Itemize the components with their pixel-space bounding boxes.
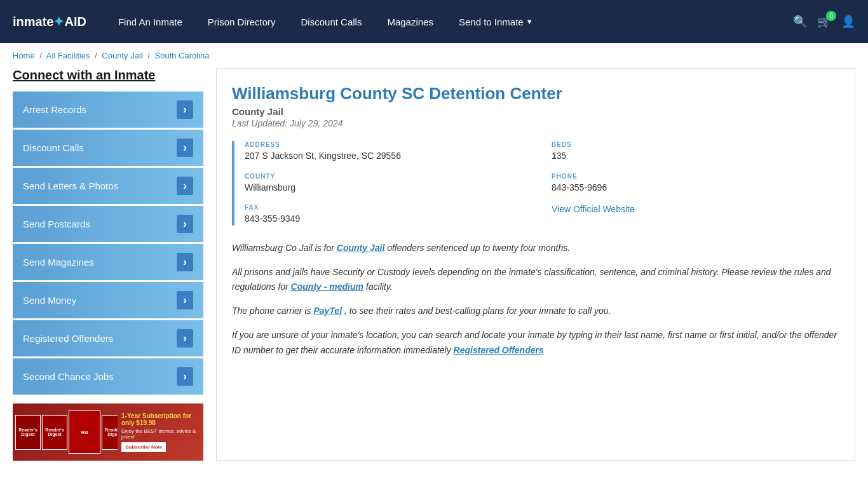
desc-paragraph-4: If you are unsure of your inmate's locat…	[232, 328, 839, 358]
registered-offenders-link[interactable]: Registered Offenders	[454, 345, 544, 355]
arrow-icon: ›	[177, 329, 193, 348]
ad-cover-3: Reader'sDigest	[102, 415, 118, 450]
beds-label: BEDS	[552, 141, 839, 148]
nav-prison-directory[interactable]: Prison Directory	[195, 0, 288, 43]
header-icons: 🔍 🛒 0 👤	[793, 15, 855, 29]
paytel-link[interactable]: PayTel	[313, 306, 342, 316]
main-nav: Find An Inmate Prison Directory Discount…	[105, 0, 793, 43]
ad-subscribe-button[interactable]: Subscribe Now	[121, 442, 166, 452]
beds-block: BEDS 135	[552, 141, 839, 163]
fax-label: FAX	[245, 204, 532, 211]
search-icon[interactable]: 🔍	[793, 15, 807, 29]
county-label: COUNTY	[245, 173, 532, 180]
address-label: ADDRESS	[245, 141, 532, 148]
nav-magazines[interactable]: Magazines	[374, 0, 446, 43]
facility-info-grid: ADDRESS 207 S Jackson St, Kingstree, SC …	[232, 141, 839, 226]
arrow-icon: ›	[177, 100, 193, 119]
facility-title: Williamsburg County SC Detention Center	[232, 84, 839, 104]
arrow-icon: ›	[177, 253, 193, 271]
sidebar-arrest-records[interactable]: Arrest Records ›	[13, 92, 203, 128]
address-value: 207 S Jackson St, Kingstree, SC 29556	[245, 150, 532, 163]
county-block: COUNTY Williamsburg	[245, 173, 532, 194]
county-value: Williamsburg	[245, 182, 532, 194]
sidebar-send-letters[interactable]: Send Letters & Photos ›	[13, 168, 203, 204]
site-header: inmate ✦ AID Find An Inmate Prison Direc…	[0, 0, 868, 43]
address-block: ADDRESS 207 S Jackson St, Kingstree, SC …	[245, 141, 532, 163]
view-official-website-link[interactable]: View Official Website	[552, 204, 635, 214]
ad-cover-2: Reader'sDigest	[42, 415, 67, 450]
ad-subtitle: Enjoy the BEST stories, advice & jokes!	[121, 428, 200, 440]
sidebar-send-money[interactable]: Send Money ›	[13, 282, 203, 318]
nav-find-inmate[interactable]: Find An Inmate	[105, 0, 195, 43]
sidebar-registered-offenders[interactable]: Registered Offenders ›	[13, 320, 203, 356]
sidebar-second-chance-jobs[interactable]: Second Chance Jobs ›	[13, 358, 203, 395]
sidebar-menu: Arrest Records › Discount Calls › Send L…	[13, 92, 203, 395]
sidebar-send-magazines[interactable]: Send Magazines ›	[13, 244, 203, 280]
ad-cover-1: Reader'sDigest	[15, 415, 41, 450]
county-jail-link[interactable]: County Jail	[337, 243, 384, 253]
facility-updated: Last Updated: July 29, 2024	[232, 118, 839, 128]
breadcrumb-county-jail[interactable]: County Jail	[102, 51, 142, 60]
fax-block: FAX 843-355-9349	[245, 204, 532, 226]
arrow-icon: ›	[177, 215, 193, 233]
ad-covers: Reader'sDigest Reader'sDigest Rd Reader'…	[13, 403, 118, 461]
cart-badge: 0	[826, 11, 836, 21]
arrow-icon: ›	[177, 291, 193, 309]
ad-cover-main: Rd	[69, 410, 100, 454]
ad-text-area: 1-Year Subscription for only $19.98 Enjo…	[118, 409, 203, 456]
website-block: View Official Website	[552, 204, 839, 226]
arrow-icon: ›	[177, 367, 193, 386]
beds-value: 135	[552, 150, 839, 163]
phone-block: PHONE 843-355-9696	[552, 173, 839, 194]
arrow-icon: ›	[177, 177, 193, 195]
phone-label: PHONE	[552, 173, 839, 180]
sidebar-ad[interactable]: Reader'sDigest Reader'sDigest Rd Reader'…	[13, 403, 203, 461]
cart-icon[interactable]: 🛒 0	[817, 15, 831, 29]
nav-send-to-inmate[interactable]: Send to Inmate ▼	[446, 0, 546, 43]
desc-paragraph-1: Williamsburg Co Jail is for County Jail …	[232, 241, 839, 256]
breadcrumb: Home / All Facilities / County Jail / So…	[0, 43, 868, 68]
ad-title: 1-Year Subscription for only $19.98	[121, 412, 200, 426]
sidebar: Connect with an Inmate Arrest Records › …	[13, 68, 203, 461]
fax-value: 843-355-9349	[245, 213, 532, 226]
desc-paragraph-2: All prisons and jails have Security or C…	[232, 265, 839, 295]
content-area: Williamsburg County SC Detention Center …	[216, 68, 855, 461]
breadcrumb-all-facilities[interactable]: All Facilities	[46, 51, 90, 60]
facility-type: County Jail	[232, 106, 839, 117]
main-container: Connect with an Inmate Arrest Records › …	[0, 68, 868, 473]
breadcrumb-home[interactable]: Home	[13, 51, 35, 60]
sidebar-title: Connect with an Inmate	[13, 68, 203, 83]
phone-value: 843-355-9696	[552, 182, 839, 194]
sidebar-discount-calls[interactable]: Discount Calls ›	[13, 130, 203, 166]
site-logo[interactable]: inmate ✦ AID	[13, 14, 86, 29]
facility-description: Williamsburg Co Jail is for County Jail …	[232, 241, 839, 358]
county-medium-link[interactable]: County - medium	[291, 281, 363, 292]
user-icon[interactable]: 👤	[841, 15, 855, 29]
arrow-icon: ›	[177, 139, 193, 157]
breadcrumb-state[interactable]: South Carolina	[155, 51, 210, 60]
sidebar-send-postcards[interactable]: Send Postcards ›	[13, 206, 203, 242]
nav-discount-calls[interactable]: Discount Calls	[288, 0, 375, 43]
desc-paragraph-3: The phone carrier is PayTel , to see the…	[232, 304, 839, 319]
